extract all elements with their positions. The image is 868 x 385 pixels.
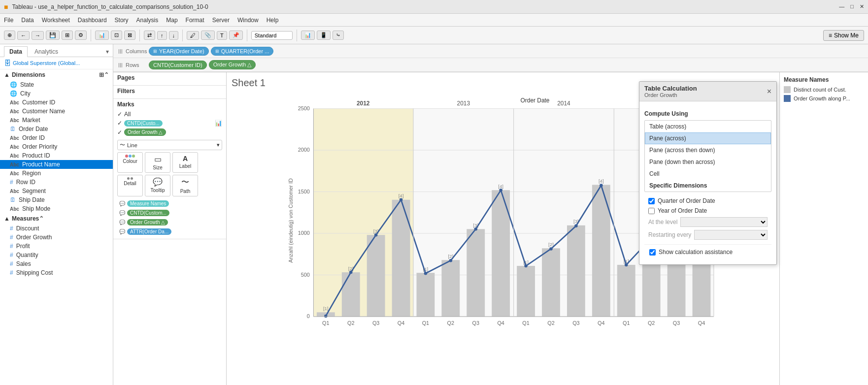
marks-cntd-row[interactable]: ✓ CNTD(Custo... 📊 (117, 119, 222, 128)
label-btn[interactable]: A Label (172, 152, 198, 173)
show-me-button[interactable]: ≡ Show Me (823, 30, 864, 41)
quarter-checkbox[interactable] (648, 198, 655, 204)
dimension-item-order-date[interactable]: 🗓 Order Date (0, 125, 113, 133)
menu-analysis[interactable]: Analysis (136, 17, 159, 24)
dimension-item-city[interactable]: 🌐 City (0, 89, 113, 98)
columns-pill-quarter[interactable]: ⊞ QUARTER(Order ... (211, 47, 274, 56)
chart-type-btn[interactable]: 📊 (95, 31, 109, 40)
dimension-item-product-id[interactable]: Abc Product ID (0, 151, 113, 160)
checkbox-quarter[interactable]: Quarter of Order Date (644, 196, 771, 206)
minimize-btn[interactable]: — (839, 3, 844, 10)
path-btn[interactable]: 〜 Path (172, 175, 198, 196)
measure-item-profit[interactable]: # Profit (0, 242, 113, 251)
option-specific-dimensions[interactable]: Specific Dimensions (645, 180, 771, 192)
menu-file[interactable]: File (4, 17, 13, 24)
marks-all-row[interactable]: ✓ All (117, 110, 222, 119)
marks-order-growth-row[interactable]: ✓ Order Growth △ (117, 128, 222, 137)
dimensions-sort-icon[interactable]: ⌃ (104, 71, 109, 78)
menu-help[interactable]: Help (267, 17, 279, 24)
restarting-every-dropdown[interactable] (694, 230, 768, 240)
measure-item-order-growth[interactable]: # Order Growth (0, 233, 113, 242)
add-source-btn[interactable]: ⊞ (62, 31, 73, 40)
maximize-btn[interactable]: □ (850, 3, 854, 10)
menu-server[interactable]: Server (212, 17, 230, 24)
detail-btn[interactable]: Detail (117, 175, 143, 196)
save-btn[interactable]: 💾 (46, 31, 60, 40)
marks-order-growth-pill[interactable]: Order Growth △ (124, 128, 166, 136)
dimension-item-row-id[interactable]: # Row ID (0, 178, 113, 187)
mark-pill-cntd[interactable]: 💬 CNTD(Custom... (117, 209, 222, 217)
measure-names-pill[interactable]: Measure Names (127, 200, 169, 207)
swap-btn[interactable]: ⇄ (144, 31, 155, 40)
bar-chart-btn[interactable]: 📊 (301, 31, 315, 40)
menu-data[interactable]: Data (21, 17, 33, 24)
marks-type-dropdown[interactable]: 〜 Line ▾ (117, 140, 222, 150)
close-btn[interactable]: ✕ (860, 3, 864, 10)
checkbox-year[interactable]: Year of Order Date (644, 206, 771, 216)
tab-data[interactable]: Data (4, 46, 28, 57)
datasource-btn[interactable]: ⚙ (75, 31, 87, 40)
pin-btn[interactable]: 📌 (229, 31, 243, 40)
text-btn[interactable]: T (217, 31, 227, 40)
forward-btn[interactable]: → (32, 31, 44, 40)
sort-asc-btn[interactable]: ↑ (157, 31, 167, 40)
menu-format[interactable]: Format (186, 17, 204, 24)
standard-dropdown[interactable]: Standard Fit Width Fit Height Entire Vie… (251, 31, 293, 40)
dimension-item-state[interactable]: 🌐 State (0, 80, 113, 89)
device-btn[interactable]: 📱 (317, 31, 331, 40)
size-btn[interactable]: ▭ Size (145, 152, 170, 173)
highlight-btn[interactable]: 🖊 (187, 31, 199, 40)
rows-pill-cntd[interactable]: CNTD(Customer ID) (149, 61, 207, 69)
menu-dashboard[interactable]: Dashboard (78, 17, 107, 24)
dimension-item-product-name[interactable]: Abc Product Name (0, 160, 113, 169)
colour-btn[interactable]: Colour (117, 152, 143, 173)
dimension-item-customer-name[interactable]: Abc Customer Name (0, 107, 113, 116)
attr-pill[interactable]: ATTR(Order Da... (127, 228, 171, 235)
tc-close-button[interactable]: × (767, 87, 771, 96)
dimensions-collapse-icon[interactable]: ▲ (4, 71, 10, 78)
mark-pill-attr[interactable]: 💬 ATTR(Order Da... (117, 227, 222, 236)
new-sheet-btn[interactable]: ⊕ (4, 31, 15, 40)
panel-options-icon[interactable]: ▾ (106, 48, 109, 55)
option-table-across[interactable]: Table (across) (645, 121, 771, 132)
option-pane-down-across[interactable]: Pane (down then across) (645, 156, 771, 168)
menu-map[interactable]: Map (166, 17, 177, 24)
clear-btn[interactable]: ⊠ (124, 31, 135, 40)
show-calc-checkbox[interactable] (649, 249, 656, 256)
measure-item-discount[interactable]: # Discount (0, 224, 113, 233)
mark-pill-order-growth[interactable]: 💬 Order Growth △ (117, 218, 222, 226)
year-checkbox[interactable] (648, 208, 655, 214)
dimension-item-market[interactable]: Abc Market (0, 116, 113, 125)
menu-worksheet[interactable]: Worksheet (42, 17, 70, 24)
option-pane-across-down[interactable]: Pane (across then down) (645, 144, 771, 156)
annotate-btn[interactable]: 📎 (201, 31, 215, 40)
at-level-dropdown[interactable] (680, 217, 768, 227)
measures-collapse-icon[interactable]: ▲ (4, 215, 10, 222)
tooltip-btn[interactable]: 💬 Tooltip (145, 175, 170, 196)
tab-analytics[interactable]: Analytics (30, 47, 63, 57)
sort-desc-btn[interactable]: ↓ (169, 31, 179, 40)
share-btn[interactable]: ⤷ (333, 31, 344, 40)
dimensions-grid-icon[interactable]: ⊞ (99, 71, 104, 78)
menu-window[interactable]: Window (237, 17, 259, 24)
dimension-item-ship-date[interactable]: 🗓 Ship Date (0, 195, 113, 204)
measures-sort-icon[interactable]: ⌃ (39, 215, 44, 222)
order-growth-pill[interactable]: Order Growth △ (127, 219, 168, 225)
measure-item-quantity[interactable]: # Quantity (0, 251, 113, 259)
dimension-item-order-id[interactable]: Abc Order ID (0, 133, 113, 142)
datasource-row[interactable]: 🗄 Global Superstore (Global... (0, 57, 113, 69)
dimension-item-segment[interactable]: Abc Segment (0, 187, 113, 195)
dimension-item-order-priority[interactable]: Abc Order Priority (0, 142, 113, 151)
mark-pill-measure-names[interactable]: 💬 Measure Names (117, 199, 222, 208)
rows-pill-order-growth[interactable]: Order Growth △ (209, 60, 256, 69)
measure-item-sales[interactable]: # Sales (0, 259, 113, 268)
dimension-item-region[interactable]: Abc Region (0, 169, 113, 178)
cntd-pill[interactable]: CNTD(Custom... (127, 210, 169, 216)
menu-story[interactable]: Story (115, 17, 129, 24)
dimension-item-customer-id[interactable]: Abc Customer ID (0, 98, 113, 107)
measure-item-shipping-cost[interactable]: # Shipping Cost (0, 268, 113, 277)
option-cell[interactable]: Cell (645, 168, 771, 180)
duplicate-btn[interactable]: ⊡ (111, 31, 122, 40)
columns-pill-year[interactable]: ⊞ YEAR(Order Date) (149, 47, 209, 56)
dimension-item-ship-mode[interactable]: Abc Ship Mode (0, 204, 113, 213)
